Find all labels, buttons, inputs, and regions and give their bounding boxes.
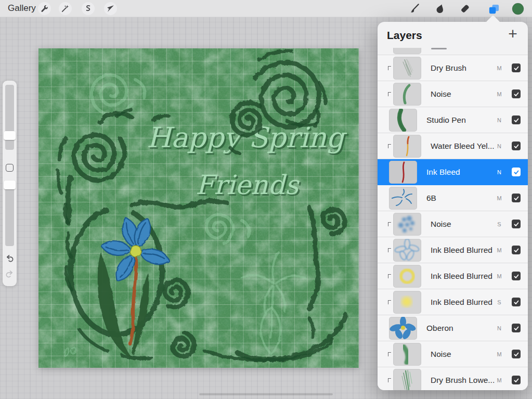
- layer-visibility-checkbox[interactable]: [512, 298, 521, 306]
- layer-visibility-checkbox[interactable]: [512, 89, 521, 98]
- layer-thumbnail[interactable]: [389, 317, 417, 340]
- blend-mode-button[interactable]: M: [495, 273, 503, 279]
- layer-visibility-checkbox[interactable]: [512, 246, 521, 254]
- layer-row[interactable]: Noise M: [378, 81, 528, 107]
- check-icon: [513, 377, 520, 383]
- blend-mode-button[interactable]: M: [495, 195, 503, 201]
- smudge-icon: [434, 3, 446, 15]
- layer-visibility-checkbox[interactable]: [512, 168, 521, 176]
- wrench-icon: [40, 4, 49, 13]
- layer-visibility-checkbox[interactable]: [512, 63, 521, 72]
- transform-button[interactable]: [104, 2, 117, 15]
- layer-row[interactable]: Studio Pen N: [378, 107, 528, 133]
- blend-mode-button[interactable]: N: [495, 169, 503, 175]
- layer-thumbnail[interactable]: [393, 57, 421, 80]
- blend-mode-button[interactable]: N: [495, 325, 503, 331]
- blend-mode-button[interactable]: S: [495, 221, 503, 227]
- layer-visibility-checkbox[interactable]: [512, 272, 521, 280]
- clipping-mask-icon: [388, 222, 391, 226]
- blend-mode-button[interactable]: M: [495, 351, 503, 357]
- layer-thumbnail[interactable]: [393, 343, 421, 366]
- layer-visibility-checkbox[interactable]: [512, 324, 521, 332]
- layer-visibility-checkbox[interactable]: [512, 115, 521, 124]
- layer-visibility-checkbox[interactable]: [512, 141, 521, 150]
- layer-row[interactable]: Dry Brush Lowe... M: [378, 367, 528, 390]
- smudge-button[interactable]: [433, 2, 447, 16]
- blend-mode-button[interactable]: M: [495, 91, 503, 97]
- layer-visibility-checkbox[interactable]: [512, 350, 521, 358]
- brush-opacity-handle[interactable]: [4, 181, 16, 189]
- layer-thumbnail[interactable]: [389, 187, 417, 210]
- layer-name: 6B: [426, 194, 436, 203]
- layer-row[interactable]: Water Bleed Yel... N: [378, 133, 528, 159]
- layer-row[interactable]: Oberon N: [378, 315, 528, 341]
- blend-mode-button[interactable]: M: [495, 377, 503, 383]
- layer-row[interactable]: Ink Bleed N: [378, 159, 528, 185]
- paint-button[interactable]: [407, 2, 421, 16]
- blend-mode-button[interactable]: S: [495, 299, 503, 305]
- transform-arrow-icon: [106, 4, 115, 13]
- layer-row[interactable]: 6B M: [378, 185, 528, 211]
- layer-row-partial[interactable]: [378, 48, 528, 55]
- layer-visibility-checkbox[interactable]: [512, 194, 521, 202]
- check-icon: [513, 65, 520, 71]
- home-indicator[interactable]: [199, 393, 333, 395]
- layer-name: Ink Bleed: [426, 168, 460, 177]
- check-icon: [513, 221, 520, 227]
- layer-thumbnail[interactable]: [393, 213, 421, 236]
- layer-name: Oberon: [426, 324, 453, 333]
- check-icon: [513, 143, 520, 149]
- blend-mode-button[interactable]: N: [495, 143, 503, 149]
- layer-thumbnail[interactable]: [393, 291, 421, 314]
- brush-icon: [408, 3, 420, 15]
- layers-button[interactable]: [487, 2, 500, 16]
- blend-mode-button[interactable]: N: [495, 117, 503, 123]
- layer-row[interactable]: Ink Bleed Blurred M: [378, 263, 528, 289]
- clipping-mask-icon: [388, 274, 391, 278]
- modify-button[interactable]: [6, 164, 14, 172]
- sidebar: [3, 81, 17, 286]
- actions-button[interactable]: [38, 2, 51, 15]
- layer-row[interactable]: Ink Bleed Blurred S: [378, 289, 528, 315]
- erase-button[interactable]: [458, 2, 472, 16]
- check-icon: [513, 273, 520, 279]
- eraser-icon: [459, 3, 471, 15]
- clipping-mask-icon: [388, 352, 391, 356]
- add-layer-button[interactable]: +: [505, 25, 521, 43]
- layer-name: Dry Brush Lowe...: [431, 376, 495, 385]
- layer-thumbnail[interactable]: [389, 109, 417, 132]
- gallery-button[interactable]: Gallery: [8, 3, 36, 14]
- layer-row[interactable]: Ink Bleed Blurred M: [378, 237, 528, 263]
- redo-button[interactable]: [5, 269, 15, 279]
- layer-row[interactable]: Dry Brush M: [378, 55, 528, 81]
- brush-size-slider[interactable]: [5, 85, 14, 150]
- brush-size-handle[interactable]: [4, 131, 16, 140]
- clipping-mask-icon: [388, 248, 391, 252]
- color-button[interactable]: [511, 2, 525, 16]
- check-icon: [513, 91, 520, 97]
- blend-mode-button[interactable]: M: [495, 65, 503, 71]
- canvas[interactable]: Happy Spring Happy Spring Friends Friend…: [38, 48, 359, 368]
- layers-list: Dry Brush M Noise M Studio Pen N: [378, 48, 528, 390]
- greeting-line2: Friends: [196, 170, 300, 200]
- layer-thumbnail[interactable]: [393, 239, 421, 262]
- layer-name: Ink Bleed Blurred: [431, 246, 492, 255]
- adjustments-button[interactable]: [59, 2, 72, 15]
- blend-mode-button[interactable]: M: [495, 247, 503, 253]
- undo-button[interactable]: [5, 253, 15, 263]
- layer-thumbnail[interactable]: [393, 83, 421, 106]
- layer-name: Studio Pen: [426, 115, 466, 125]
- layer-row[interactable]: Noise S: [378, 211, 528, 237]
- check-icon: [513, 299, 520, 305]
- layer-visibility-checkbox[interactable]: [512, 376, 521, 384]
- layer-thumbnail[interactable]: [393, 135, 421, 158]
- layer-thumbnail[interactable]: [393, 369, 421, 390]
- selection-button[interactable]: [82, 2, 95, 15]
- layer-thumbnail[interactable]: [389, 161, 417, 184]
- layer-thumbnail[interactable]: [393, 265, 421, 288]
- layer-row[interactable]: Noise M: [378, 341, 528, 367]
- layer-visibility-checkbox[interactable]: [512, 220, 521, 228]
- clipping-mask-icon: [388, 378, 391, 382]
- color-swatch: [512, 3, 524, 15]
- brush-opacity-slider[interactable]: [5, 181, 14, 246]
